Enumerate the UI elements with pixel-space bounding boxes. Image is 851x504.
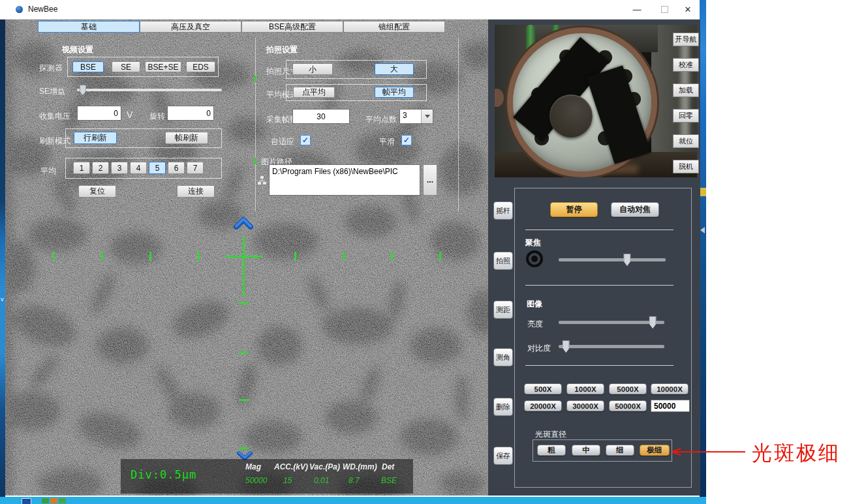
avg-point-button[interactable]: 点平均 [293, 87, 335, 98]
detector-bse-button[interactable]: BSE [72, 61, 104, 72]
adaptive-checkbox[interactable]: ✓ [300, 135, 311, 145]
spot-diameter-label: 光斑直径 [535, 429, 566, 440]
mag-30000x-button[interactable]: 30000X [566, 400, 604, 411]
app-icon [16, 6, 23, 13]
average-6-button[interactable]: 6 [168, 162, 185, 174]
nav-in-position-button[interactable]: 就位 [673, 134, 699, 148]
minimize-button[interactable]: — [625, 0, 649, 19]
mag-1000x-button[interactable]: 1000X [566, 383, 604, 394]
size-large-button[interactable]: 大 [375, 63, 414, 75]
adaptive-label: 自适应 [271, 136, 294, 147]
separator-green-dash2 [255, 158, 256, 164]
nav-open-navigation-button[interactable]: 开导航 [673, 33, 699, 46]
spot-fine-button[interactable]: 细 [606, 445, 634, 456]
mag-input[interactable] [651, 400, 690, 412]
spot-coarse-button[interactable]: 粗 [537, 445, 566, 456]
average-2-button[interactable]: 2 [92, 162, 109, 174]
mag-5000x-button[interactable]: 5000X [609, 383, 647, 394]
screen: NewBee — ✕ v [0, 0, 851, 504]
window-title: NewBee [28, 5, 57, 14]
status-header-det: Det [382, 462, 394, 471]
scale-tick [343, 252, 345, 261]
tab-lens-config[interactable]: 镜组配置 [343, 21, 445, 33]
scale-tick [439, 252, 441, 261]
voltage-unit-label: V [127, 110, 132, 120]
sem-image-viewport[interactable]: 基础 高压及真空 BSE高级配置 镜组配置 视频设置 探测器 BSE SE BS… [5, 20, 488, 496]
chevron-down-icon[interactable] [421, 110, 433, 123]
status-value-acc: 15 [283, 476, 292, 485]
spot-medium-button[interactable]: 中 [572, 445, 600, 456]
tab-bse-advanced[interactable]: BSE高级配置 [241, 21, 343, 33]
se-gain-slider[interactable] [77, 89, 222, 91]
panel-separator-right [458, 38, 459, 211]
path-input[interactable]: D:\Program Files (x86)\NewBee\PIC [269, 164, 420, 196]
avg-points-label: 平均点数 [365, 114, 397, 125]
taskbar[interactable] [0, 497, 706, 504]
browse-button[interactable]: ... [423, 164, 437, 196]
autofocus-button[interactable]: 自动对焦 [611, 202, 659, 217]
refresh-line-button[interactable]: 行刷新 [74, 132, 117, 144]
tool-measure-angle-button[interactable]: 测角 [493, 348, 513, 366]
nav-calibrate-button[interactable]: 校准 [673, 58, 699, 72]
average-5-button[interactable]: 5 [149, 162, 166, 174]
tool-photo-button[interactable]: 拍照 [493, 252, 513, 270]
crosshair-vertical [243, 237, 245, 297]
maximize-button[interactable] [653, 0, 676, 19]
div-scale-text: Div:0.5μm [131, 468, 196, 481]
detector-eds-button[interactable]: EDS [186, 61, 215, 72]
detector-se-button[interactable]: SE [112, 61, 140, 72]
collect-voltage-input[interactable] [77, 106, 121, 121]
tool-save-button[interactable]: 保存 [493, 447, 513, 465]
nav-load-button[interactable]: 加载 [673, 83, 699, 97]
connect-button[interactable]: 连接 [177, 185, 215, 198]
taskbar-app-icon-green2[interactable] [59, 498, 66, 503]
tool-joystick-button[interactable]: 摇杆 [493, 201, 513, 220]
contrast-slider[interactable] [559, 345, 664, 348]
se-gain-label: SE增益 [39, 86, 65, 97]
video-settings-title: 视频设置 [62, 44, 93, 55]
taskbar-window-icon[interactable] [22, 498, 31, 504]
taskbar-app-icon-orange[interactable] [50, 498, 57, 503]
brightness-slider[interactable] [559, 321, 664, 324]
scale-tick [101, 252, 103, 261]
nav-offline-button[interactable]: 脱机 [673, 160, 699, 173]
size-small-button[interactable]: 小 [292, 63, 333, 75]
desktop-edge-right [700, 0, 706, 497]
mag-50000x-button[interactable]: 50000X [609, 400, 647, 411]
scale-tick [149, 252, 151, 261]
status-header-wd: WD.(mm) [343, 462, 377, 471]
mag-10000x-button[interactable]: 10000X [651, 383, 689, 394]
average-4-button[interactable]: 4 [130, 162, 147, 174]
focus-slider[interactable] [559, 258, 666, 261]
close-button[interactable]: ✕ [676, 0, 700, 19]
reset-button[interactable]: 复位 [78, 185, 116, 198]
scale-dash [239, 399, 249, 401]
tool-delete-button[interactable]: 删除 [493, 398, 513, 416]
mag-20000x-button[interactable]: 20000X [524, 400, 562, 411]
chevron-up-icon[interactable] [234, 216, 253, 230]
status-header-acc: ACC.(kV) [274, 462, 308, 471]
check-icon: ✓ [302, 136, 309, 145]
avg-frame-button[interactable]: 帧平均 [375, 87, 414, 98]
status-value-wd: 8.7 [348, 476, 360, 485]
scale-tick [391, 252, 393, 261]
refresh-frame-button[interactable]: 帧刷新 [165, 132, 208, 144]
avg-points-combo[interactable]: 3 [399, 109, 433, 124]
image-section-label: 图像 [527, 299, 542, 310]
average-7-button[interactable]: 7 [187, 162, 204, 174]
taskbar-app-icon-green[interactable] [42, 498, 49, 503]
mag-500x-button[interactable]: 500X [524, 383, 562, 394]
average-1-button[interactable]: 1 [73, 162, 90, 174]
focus-target-icon[interactable] [526, 250, 543, 267]
spot-extra-fine-button[interactable]: 极细 [640, 445, 670, 456]
tool-measure-distance-button[interactable]: 测距 [493, 301, 513, 319]
average-3-button[interactable]: 3 [111, 162, 128, 174]
nav-zero-button[interactable]: 回零 [673, 109, 699, 123]
rotation-input[interactable] [167, 106, 214, 121]
pause-button[interactable]: 暂停 [550, 202, 598, 217]
tab-basic[interactable]: 基础 [38, 21, 140, 33]
frames-input[interactable] [292, 109, 350, 124]
detector-bse-se-button[interactable]: BSE+SE [145, 61, 181, 72]
tab-hv-vacuum[interactable]: 高压及真空 [140, 21, 241, 33]
smooth-checkbox[interactable]: ✓ [401, 135, 412, 145]
